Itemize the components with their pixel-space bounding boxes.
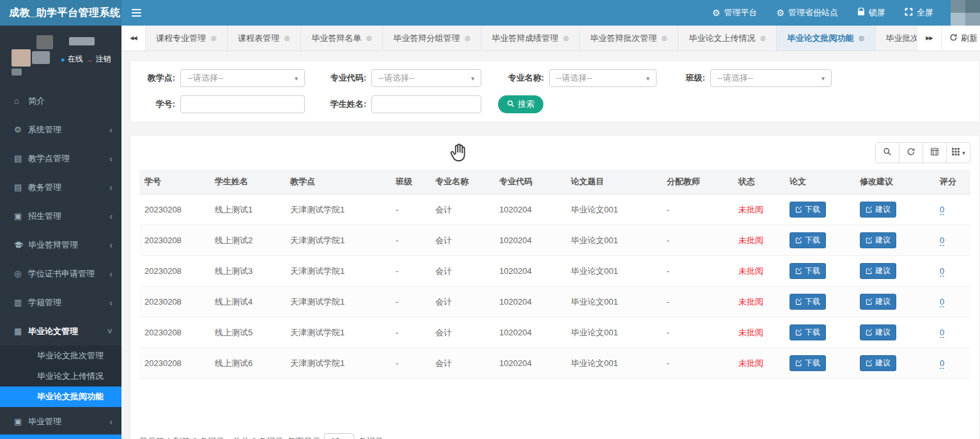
tabs-scroll-left-button[interactable]: ◀◀ — [121, 26, 146, 51]
table-row: 20230208 线上测试1 天津测试学院1 - 会计 1020204 毕业论文… — [139, 195, 970, 225]
nav-fullscreen[interactable]: 全屏 — [895, 0, 943, 26]
tab-thesis-upload-status[interactable]: 毕业论文上传情况 ⊗ — [678, 26, 777, 51]
tab-course-major-mgmt[interactable]: 课程专业管理 ⊗ — [146, 26, 228, 51]
tab-defense-group-mgmt[interactable]: 毕业答辩分组管理 ⊗ — [383, 26, 481, 51]
status-badge: 未批阅 — [733, 256, 784, 287]
tabs-scroll-right-button[interactable]: ▶▶ — [917, 26, 942, 51]
chevron-left-icon: ‹ — [109, 211, 113, 221]
nav-manage-province-site[interactable]: ⚙ 管理省份站点 — [766, 0, 848, 26]
results-panel: ▾ 学号 学生姓名 教学点 班级 — [130, 135, 980, 439]
top-header: 成教_助学平台管理系统 ⚙ 管理平台 ⚙ 管理省份站点 锁屏 全 — [0, 0, 980, 26]
pagination-summary: 显示第 1 到第 6 条记录，总共 6 条记录 — [139, 436, 283, 439]
close-icon[interactable]: ⊗ — [858, 34, 864, 43]
score-link[interactable]: 0 — [940, 297, 944, 307]
class-select[interactable]: --请选择-- ▾ — [710, 69, 832, 87]
close-icon[interactable]: ⊗ — [210, 34, 217, 43]
table-row: 20230208 线上测试4 天津测试学院1 - 会计 1020204 毕业论文… — [139, 287, 970, 317]
tab-defense-batch-mgmt[interactable]: 毕业答辩批次管理 ⊗ — [580, 26, 678, 51]
download-button[interactable]: 下载 — [789, 202, 826, 218]
close-icon[interactable]: ⊗ — [284, 34, 290, 43]
close-icon[interactable]: ⊗ — [759, 34, 766, 43]
sidebar-item-graduation-defense-mgmt[interactable]: 毕业答辩管理 ‹ — [0, 230, 121, 259]
download-button[interactable]: 下载 — [789, 324, 826, 340]
score-link[interactable]: 0 — [940, 266, 944, 276]
toolbar-search-button[interactable] — [875, 142, 899, 163]
major-name-select[interactable]: --请选择-- ▾ — [549, 69, 657, 87]
sidebar-item-student-status-mgmt[interactable]: ▥ 学籍管理 ‹ — [0, 288, 121, 317]
score-link[interactable]: 0 — [940, 205, 944, 215]
suggest-button[interactable]: 建议 — [860, 263, 896, 279]
score-link[interactable]: 0 — [940, 235, 944, 246]
user-avatar[interactable] — [951, 0, 980, 26]
search-button[interactable]: 搜索 — [498, 95, 543, 113]
table-row: 20230208 线上测试3 天津测试学院1 - 会计 1020204 毕业论文… — [139, 256, 970, 287]
sidebar-item-degree-certificate-mgmt[interactable]: ◎ 学位证书申请管理 ‹ — [0, 259, 121, 288]
user-panel: ● 在线 → 注销 — [0, 26, 121, 80]
class-label: 班级: — [674, 72, 710, 84]
col-student-id: 学号 — [139, 170, 210, 195]
student-id-input[interactable] — [180, 95, 305, 113]
close-icon[interactable]: ⊗ — [661, 34, 667, 43]
sidebar-subitem-thesis-review[interactable]: 毕业论文批阅功能 — [0, 387, 121, 407]
tab-thesis-review[interactable]: 毕业论文批阅功能 ⊗ — [777, 26, 875, 51]
download-button[interactable]: 下载 — [789, 263, 826, 279]
notebook-icon: ▤ — [14, 182, 28, 192]
sidebar-item-academic-affairs-mgmt[interactable]: ▤ 教务管理 ‹ — [0, 173, 121, 202]
pagination: 显示第 1 到第 6 条记录，总共 6 条记录 每页显示 10 ▴ 条记录 — [139, 433, 970, 439]
table-row: 20230208 线上测试2 天津测试学院1 - 会计 1020204 毕业论文… — [139, 225, 970, 256]
sidebar-subitem-thesis-upload-status[interactable]: 毕业论文上传情况 — [0, 366, 121, 387]
nav-lock-screen[interactable]: 锁屏 — [848, 0, 895, 26]
col-status: 状态 — [733, 170, 784, 195]
download-button[interactable]: 下载 — [789, 355, 826, 371]
suggest-button[interactable]: 建议 — [860, 294, 896, 310]
status-badge: 未批阅 — [733, 317, 784, 348]
chevron-left-icon: ‹ — [109, 240, 113, 250]
sidebar-subitem-thesis-batch-mgmt[interactable]: 毕业论文批次管理 — [0, 346, 121, 366]
sidebar-item-graduation-mgmt[interactable]: ▣ 毕业管理 ‹ — [0, 407, 121, 436]
toolbar-toggle-view-button[interactable] — [922, 142, 947, 163]
chevron-left-icon: ‹ — [109, 154, 113, 164]
col-class: 班级 — [391, 170, 430, 195]
sidebar-item-system-mgmt[interactable]: ⚙ 系统管理 ‹ — [0, 115, 121, 144]
tab-graduation-batch-mgmt[interactable]: 毕业批次管理 ⊗ — [876, 26, 917, 51]
download-button[interactable]: 下载 — [789, 294, 826, 310]
download-button[interactable]: 下载 — [789, 232, 826, 248]
major-code-label: 专业代码: — [320, 72, 371, 84]
close-icon[interactable]: ⊗ — [366, 34, 372, 43]
sidebar-item-teaching-point-mgmt[interactable]: ▤ 教学点管理 ‹ — [0, 144, 121, 173]
student-name-input[interactable] — [371, 95, 481, 113]
tab-refresh-button[interactable]: 刷新 — [942, 26, 980, 51]
table-toolbar: ▾ — [139, 142, 970, 163]
suggest-button[interactable]: 建议 — [860, 232, 896, 248]
sidebar-toggle-button[interactable] — [121, 0, 151, 26]
close-icon[interactable]: ⊗ — [464, 34, 471, 43]
col-major-name: 专业名称 — [430, 170, 494, 195]
tab-defense-score-mgmt[interactable]: 毕业答辩成绩管理 ⊗ — [481, 26, 580, 51]
sidebar-item-enrollment-mgmt[interactable]: ▣ 招生管理 ‹ — [0, 202, 121, 230]
col-teaching-point: 教学点 — [285, 170, 391, 195]
logout-link[interactable]: 注销 — [96, 54, 111, 65]
tab-course-schedule-mgmt[interactable]: 课程表管理 ⊗ — [228, 26, 301, 51]
score-link[interactable]: 0 — [940, 358, 944, 369]
suggest-button[interactable]: 建议 — [860, 324, 896, 340]
image-icon: ▣ — [14, 211, 28, 221]
user-name-redacted — [69, 37, 95, 45]
suggest-button[interactable]: 建议 — [860, 355, 896, 371]
toolbar-refresh-button[interactable] — [899, 142, 923, 163]
per-page-select[interactable]: 10 ▴ — [324, 433, 354, 439]
sidebar-item-thesis-mgmt[interactable]: ▦ 毕业论文管理 ˅ — [0, 317, 121, 346]
filter-panel: 教学点: --请选择-- ▾ 专业代码: --请选择-- ▾ 专业名称: --请… — [130, 60, 980, 122]
nav-manage-platform[interactable]: ⚙ 管理平台 — [703, 0, 767, 26]
major-code-select[interactable]: --请选择-- ▾ — [371, 69, 481, 87]
teaching-point-label: 教学点: — [137, 72, 180, 84]
toolbar-columns-button[interactable]: ▾ — [946, 142, 970, 163]
tab-defense-list[interactable]: 毕业答辩名单 ⊗ — [301, 26, 383, 51]
search-icon — [507, 100, 515, 109]
close-icon[interactable]: ⊗ — [563, 34, 569, 43]
gear-icon: ⚙ — [712, 8, 720, 17]
suggest-button[interactable]: 建议 — [860, 202, 896, 218]
score-link[interactable]: 0 — [940, 328, 944, 338]
teaching-point-select[interactable]: --请选择-- ▾ — [180, 69, 305, 87]
chevron-down-icon: ˅ — [107, 326, 113, 337]
sidebar-item-intro[interactable]: ⌂ 简介 — [0, 86, 121, 115]
